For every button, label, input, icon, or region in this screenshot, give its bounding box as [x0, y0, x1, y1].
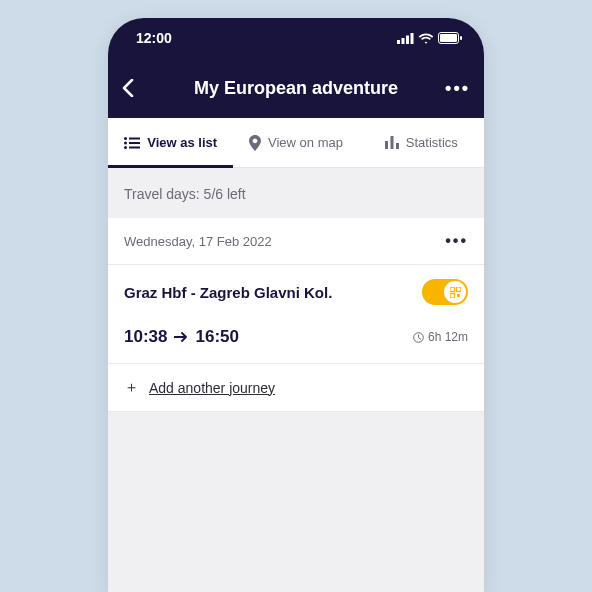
svg-rect-19: [457, 294, 460, 297]
svg-rect-14: [390, 136, 393, 149]
chevron-left-icon: [122, 79, 134, 97]
toggle-knob: [444, 281, 466, 303]
list-icon: [124, 137, 140, 149]
day-header: Wednesday, 17 Feb 2022 •••: [108, 218, 484, 265]
tab-bar: View as list View on map Statistics: [108, 118, 484, 168]
clock: 12:00: [136, 30, 172, 46]
duration-value: 6h 12m: [428, 330, 468, 344]
cellular-icon: [397, 33, 414, 44]
journey-route: Graz Hbf - Zagreb Glavni Kol.: [124, 284, 332, 301]
svg-rect-8: [129, 137, 140, 139]
app-header: My European adventure •••: [108, 58, 484, 118]
svg-rect-1: [402, 38, 405, 44]
svg-rect-15: [396, 143, 399, 149]
arrow-right-icon: [174, 331, 188, 343]
stats-icon: [385, 136, 399, 149]
svg-point-7: [124, 137, 127, 140]
day-more-button[interactable]: •••: [445, 232, 468, 250]
clock-icon: [413, 332, 424, 343]
svg-rect-18: [450, 293, 455, 298]
depart-time: 10:38: [124, 327, 167, 347]
wifi-icon: [418, 33, 434, 44]
tab-label: View as list: [147, 135, 217, 150]
journey-times: 10:38 16:50: [124, 327, 239, 347]
svg-rect-17: [456, 287, 461, 292]
back-button[interactable]: [122, 79, 156, 97]
tab-view-list[interactable]: View as list: [108, 118, 233, 167]
journey-toggle[interactable]: [422, 279, 468, 305]
svg-rect-2: [406, 35, 409, 44]
svg-rect-0: [397, 40, 400, 44]
battery-icon: [438, 32, 462, 44]
tab-label: View on map: [268, 135, 343, 150]
journey-card[interactable]: Graz Hbf - Zagreb Glavni Kol. 10:38 16:5…: [108, 265, 484, 364]
svg-point-11: [124, 146, 127, 149]
page-title: My European adventure: [156, 78, 436, 99]
journey-duration: 6h 12m: [413, 330, 468, 344]
pin-icon: [249, 135, 261, 151]
svg-rect-16: [450, 287, 455, 292]
svg-rect-12: [129, 146, 140, 148]
svg-rect-6: [460, 36, 462, 40]
header-more-button[interactable]: •••: [436, 78, 470, 99]
qr-icon: [450, 287, 461, 298]
add-journey-button[interactable]: ＋ Add another journey: [108, 364, 484, 412]
plus-icon: ＋: [124, 378, 139, 397]
phone-frame: 12:00 My European adventure ••• View as …: [108, 18, 484, 592]
svg-point-9: [124, 141, 127, 144]
tab-view-map[interactable]: View on map: [233, 118, 358, 167]
svg-rect-10: [129, 142, 140, 144]
status-indicators: [397, 32, 462, 44]
arrive-time: 16:50: [195, 327, 238, 347]
tab-statistics[interactable]: Statistics: [359, 118, 484, 167]
svg-rect-13: [385, 141, 388, 149]
tab-label: Statistics: [406, 135, 458, 150]
add-journey-label: Add another journey: [149, 380, 275, 396]
svg-rect-5: [440, 34, 457, 42]
day-date: Wednesday, 17 Feb 2022: [124, 234, 272, 249]
travel-days-remaining: Travel days: 5/6 left: [108, 168, 484, 218]
svg-rect-3: [411, 33, 414, 44]
status-bar: 12:00: [108, 18, 484, 58]
